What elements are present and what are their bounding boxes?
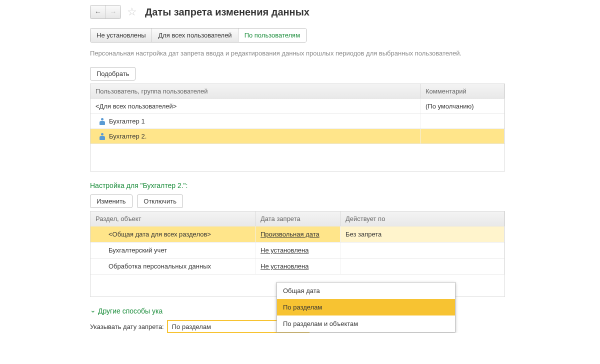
sections-col-until: Действует по xyxy=(340,212,504,226)
users-toolbar: Подобрать xyxy=(90,67,600,80)
prohibition-mode-dropdown: Общая дата По разделам По разделам и объ… xyxy=(276,282,456,332)
sections-col-date: Дата запрета xyxy=(256,212,340,226)
table-row[interactable]: <Общая дата для всех разделов> Произволь… xyxy=(90,226,504,242)
table-row[interactable]: <Для всех пользователей> (По умолчанию) xyxy=(90,98,504,114)
date-link[interactable]: Не установлена xyxy=(260,246,308,254)
user-name: Бухгалтер 1 xyxy=(109,118,145,125)
settings-title: Настройка для "Бухгалтер 2.": xyxy=(90,182,600,190)
sections-col-section: Раздел, объект xyxy=(90,212,256,226)
until-value: Без запрета xyxy=(346,230,382,238)
user-comment: (По умолчанию) xyxy=(426,102,474,110)
user-name: <Для всех пользователей> xyxy=(96,102,176,110)
date-link[interactable]: Не установлена xyxy=(260,262,308,270)
section-name: Обработка персональных данных xyxy=(108,262,211,270)
nav-buttons: ← → xyxy=(90,5,121,19)
table-row[interactable]: Обработка персональных данных Не установ… xyxy=(90,258,504,274)
change-button[interactable]: Изменить xyxy=(90,194,132,208)
user-icon xyxy=(100,118,105,125)
settings-toolbar: Изменить Отключить xyxy=(90,194,600,208)
tab-all-users[interactable]: Для всех пользователей xyxy=(152,28,238,42)
section-name: Бухгалтерский учет xyxy=(108,246,167,254)
dropdown-item-by-sections[interactable]: По разделам xyxy=(277,299,455,316)
disable-button[interactable]: Отключить xyxy=(137,194,183,208)
table-row[interactable]: Бухгалтер 1 xyxy=(90,114,504,128)
section-name: <Общая дата для всех разделов> xyxy=(108,230,211,238)
users-grid: Пользователь, группа пользователей Комме… xyxy=(90,84,505,172)
mode-tabs: Не установлены Для всех пользователей По… xyxy=(90,28,306,42)
other-methods-expander[interactable]: Другие способы ука xyxy=(90,307,162,315)
dropdown-item-by-sections-objects[interactable]: По разделам и объектам xyxy=(277,316,455,332)
nav-back-button[interactable]: ← xyxy=(90,6,106,18)
grid-empty-space xyxy=(90,144,504,171)
expander-label: Другие способы ука xyxy=(98,307,162,315)
prohibition-mode-label: Указывать дату запрета: xyxy=(90,323,164,330)
users-col-user: Пользователь, группа пользователей xyxy=(90,84,420,98)
table-row[interactable]: Бухгалтерский учет Не установлена xyxy=(90,242,504,258)
tab-by-users[interactable]: По пользователям xyxy=(238,28,306,42)
dropdown-item-common[interactable]: Общая дата xyxy=(277,282,455,299)
user-icon xyxy=(100,133,105,140)
pick-button[interactable]: Подобрать xyxy=(90,67,136,80)
table-row[interactable]: Бухгалтер 2. xyxy=(90,128,504,144)
tab-not-set[interactable]: Не установлены xyxy=(90,28,152,42)
nav-forward-button[interactable]: → xyxy=(106,6,120,18)
favorite-star-icon[interactable]: ☆ xyxy=(127,6,137,18)
page-title: Даты запрета изменения данных xyxy=(145,6,310,18)
user-name: Бухгалтер 2. xyxy=(109,132,146,140)
users-col-comment: Комментарий xyxy=(420,84,504,98)
mode-description: Персональная настройка дат запрета ввода… xyxy=(90,50,600,57)
date-link[interactable]: Произвольная дата xyxy=(260,230,320,238)
